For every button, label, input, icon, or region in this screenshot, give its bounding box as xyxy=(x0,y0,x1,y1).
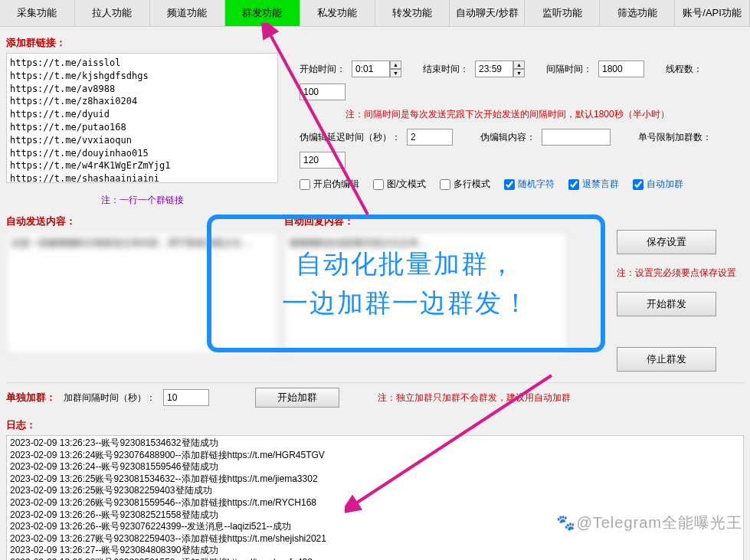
link-line: https://t.me/z8haxi0204 xyxy=(10,95,274,108)
save-settings-button[interactable]: 保存设置 xyxy=(617,230,716,254)
stop-send-button[interactable]: 停止群发 xyxy=(617,347,716,372)
fake-edit-delay-input[interactable] xyxy=(407,129,453,146)
start-time-spinner[interactable]: ▲▼ xyxy=(352,61,401,77)
checkbox-random-char[interactable]: 随机字符 xyxy=(504,178,555,191)
link-line: https://t.me/w4r4K1WgErZmYjg1 xyxy=(10,159,274,172)
auto-reply-textarea[interactable]: 被模糊的自动回复内容占位文本… xyxy=(284,231,568,354)
link-line: https://t.me/av8988 xyxy=(10,83,274,96)
tab-1[interactable]: 拉人功能 xyxy=(75,0,150,26)
interval-label: 间隔时间： xyxy=(546,63,592,76)
top-tabs: 采集功能拉人功能频道功能群发功能私发功能转发功能自动聊天/炒群监听功能筛选功能账… xyxy=(0,0,750,27)
log-line: 2023-02-09 13:26:25账号923081534632--添加群链接… xyxy=(10,473,740,486)
checkbox-multiline[interactable]: 多行模式 xyxy=(440,178,490,191)
solo-interval-label: 加群间隔时间（秒）： xyxy=(64,391,156,404)
start-send-button[interactable]: 开始群发 xyxy=(617,292,716,316)
save-note: 注：设置完必须要点保存设置 xyxy=(617,267,736,280)
solo-interval-input[interactable] xyxy=(163,389,209,406)
solo-join-label: 单独加群： xyxy=(6,391,56,404)
tab-5[interactable]: 转发功能 xyxy=(375,0,450,26)
threads-label: 线程数： xyxy=(666,63,703,76)
fake-edit-delay-label: 伪编辑延迟时间（秒）： xyxy=(300,131,401,144)
tab-8[interactable]: 筛选功能 xyxy=(600,0,675,26)
link-line: https://t.me/shashaainiaini xyxy=(10,172,274,183)
tab-2[interactable]: 频道功能 xyxy=(150,0,225,26)
auto-reply-label: 自动回复内容： xyxy=(284,215,568,228)
log-textarea[interactable]: 2023-02-09 13:26:23--账号923081534632登陆成功2… xyxy=(6,435,744,560)
link-line: https://t.me/vvxiaoqun xyxy=(10,134,274,147)
log-line: 2023-02-09 13:26:25账号923082259403登陆成功 xyxy=(10,485,740,497)
log-line: 2023-02-09 13:26:27账号923082259403--添加群链接… xyxy=(10,533,740,545)
checkbox-image-text[interactable]: 图/文模式 xyxy=(373,178,426,191)
tab-0[interactable]: 采集功能 xyxy=(0,0,75,26)
link-line: https://t.me/kjshgdfsdhgs xyxy=(10,70,274,83)
start-time-input[interactable] xyxy=(352,61,390,77)
threads-input[interactable] xyxy=(300,84,346,100)
tab-4[interactable]: 私发功能 xyxy=(300,0,375,26)
interval-note: 注：间隔时间是每次发送完跟下次开始发送的间隔时间，默认1800秒（半小时） xyxy=(346,108,670,121)
tab-6[interactable]: 自动聊天/炒群 xyxy=(450,0,525,26)
spin-up-icon[interactable]: ▲ xyxy=(513,61,525,69)
log-line: 2023-02-09 13:26:27--账号923084808390登陆成功 xyxy=(10,545,740,557)
tab-7[interactable]: 监听功能 xyxy=(525,0,600,26)
limit-label: 单号限制加群数： xyxy=(638,131,712,144)
group-links-textarea[interactable]: https://t.me/aisslolhttps://t.me/kjshgdf… xyxy=(6,53,278,183)
end-time-label: 结束时间： xyxy=(423,63,469,76)
link-line: https://t.me/aisslol xyxy=(10,57,274,70)
fake-edit-content-input[interactable] xyxy=(542,129,611,146)
spin-down-icon[interactable]: ▼ xyxy=(390,69,401,77)
start-time-label: 开始时间： xyxy=(300,63,346,76)
fake-edit-content-label: 伪编辑内容： xyxy=(480,131,535,144)
log-line: 2023-02-09 13:26:28账号923082521558--添加群链接… xyxy=(10,557,740,560)
spin-down-icon[interactable]: ▼ xyxy=(513,69,525,77)
end-time-spinner[interactable]: ▲▼ xyxy=(475,61,525,77)
tab-9[interactable]: 账号/API功能 xyxy=(675,0,750,26)
interval-input[interactable] xyxy=(598,61,644,77)
auto-send-label: 自动发送内容： xyxy=(6,215,278,228)
tab-3[interactable]: 群发功能 xyxy=(225,0,300,26)
end-time-input[interactable] xyxy=(475,61,513,77)
log-line: 2023-02-09 13:26:24--账号923081559546登陆成功 xyxy=(10,461,740,473)
log-label: 日志： xyxy=(6,418,744,432)
auto-send-textarea[interactable]: 这是一段被模糊的示例发送文本内容，用于群发消息占位… xyxy=(6,231,278,354)
watermark: 🐾@Telegram全能曝光王 xyxy=(556,513,742,533)
checkbox-leave-muted[interactable]: 退禁言群 xyxy=(568,178,619,191)
checkbox-fake-edit[interactable]: 开启伪编辑 xyxy=(300,178,359,191)
link-line: https://t.me/dyuid xyxy=(10,108,274,121)
link-line: https://t.me/putao168 xyxy=(10,121,274,134)
solo-note: 注：独立加群只加群不会群发，建议用自动加群 xyxy=(378,391,571,404)
limit-input[interactable] xyxy=(300,152,346,169)
spin-up-icon[interactable]: ▲ xyxy=(390,61,401,69)
main-content: 添加群链接： https://t.me/aisslolhttps://t.me/… xyxy=(0,27,750,560)
link-line: https://t.me/douyinhao015 xyxy=(10,147,274,160)
log-line: 2023-02-09 13:26:26账号923081559546--添加群链接… xyxy=(10,497,740,509)
links-note: 注：一行一个群链接 xyxy=(6,194,278,207)
start-join-button[interactable]: 开始加群 xyxy=(255,388,339,408)
add-links-label: 添加群链接： xyxy=(6,36,744,50)
log-line: 2023-02-09 13:26:23--账号923081534632登陆成功 xyxy=(10,437,740,450)
log-line: 2023-02-09 13:26:24账号923076488900--添加群链接… xyxy=(10,450,740,462)
checkbox-auto-join[interactable]: 自动加群 xyxy=(633,178,683,191)
